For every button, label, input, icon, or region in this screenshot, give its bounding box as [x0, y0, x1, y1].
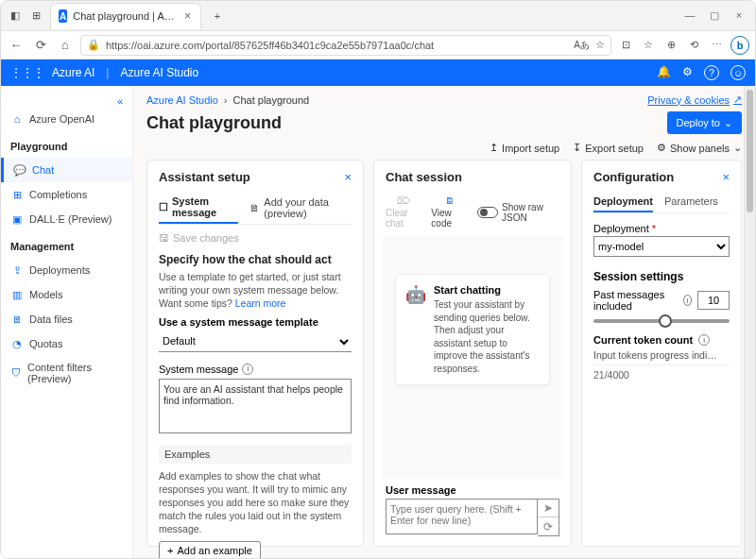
import-setup-button[interactable]: ↥Import setup	[490, 142, 559, 154]
favorite-star-icon[interactable]: ☆	[595, 39, 605, 51]
view-code-button[interactable]: 🗎View code	[431, 195, 468, 229]
refresh-icon[interactable]: ⟳	[31, 38, 50, 52]
settings-gear-icon[interactable]: ⚙	[682, 65, 693, 80]
favorites-icon[interactable]: ☆	[640, 39, 657, 51]
image-icon: ▣	[10, 212, 24, 226]
deploy-to-button[interactable]: Deploy to⌄	[667, 111, 742, 134]
past-messages-input[interactable]	[697, 291, 730, 310]
page-scrollbar[interactable]	[744, 86, 755, 558]
tab-system-message[interactable]: ☐System message	[159, 192, 238, 224]
sidebar-item-quotas[interactable]: ◔Quotas	[1, 331, 132, 356]
file-icon: 🗎	[10, 313, 24, 326]
user-message-label: User message	[386, 484, 559, 496]
menu-icon[interactable]: ⋯	[708, 39, 725, 51]
token-count-heading: Current token count	[593, 334, 693, 346]
system-message-input[interactable]: You are an AI assistant that helps peopl…	[159, 379, 352, 433]
notifications-icon[interactable]: 🔔	[657, 65, 671, 80]
home-icon[interactable]: ⌂	[56, 38, 75, 52]
user-message-input[interactable]	[386, 499, 538, 534]
azure-brand[interactable]: Azure AI	[52, 66, 94, 79]
spec-help: Use a template to get started, or just s…	[159, 270, 352, 311]
save-changes-button: 🖫Save changes	[159, 232, 352, 244]
system-message-label: System message	[159, 364, 238, 375]
examples-header: Examples	[159, 445, 352, 464]
template-select[interactable]: Default	[159, 331, 352, 352]
chat-icon: 💬	[13, 163, 26, 177]
browser-toolbar: ← ⟳ ⌂ 🔒 Aあ ☆ ⊡ ☆ ⊕ ⟲ ⋯ b	[1, 31, 755, 59]
learn-more-link[interactable]: Learn more	[235, 297, 286, 309]
breadcrumb-current: Chat playground	[233, 94, 310, 106]
configuration-panel: Configuration× Deployment Parameters Dep…	[581, 160, 742, 547]
new-tab-button[interactable]: +	[209, 10, 226, 22]
note-icon: ☐	[159, 201, 168, 213]
tab-add-your-data[interactable]: 🗎Add your data (preview)	[249, 192, 352, 224]
collapse-sidebar-icon[interactable]: «	[1, 95, 132, 107]
upload-icon: ↥	[490, 142, 498, 154]
info-icon[interactable]: i	[683, 295, 692, 306]
sidebar-item-models[interactable]: ▥Models	[1, 282, 132, 307]
tab-parameters[interactable]: Parameters	[664, 192, 718, 212]
tab-deployment[interactable]: Deployment	[593, 192, 653, 212]
home-icon: ⌂	[10, 112, 24, 126]
azure-product[interactable]: Azure AI Studio	[120, 66, 198, 79]
help-icon[interactable]: ?	[704, 65, 719, 80]
add-example-button[interactable]: +Add an example	[159, 541, 261, 558]
sync-icon[interactable]: ⟲	[685, 39, 702, 51]
sidebar-item-dalle[interactable]: ▣DALL·E (Preview)	[1, 207, 132, 231]
profile-icon[interactable]: ◧	[9, 9, 22, 23]
external-link-icon: ↗	[733, 93, 742, 106]
sidebar-item-content-filters[interactable]: ⛉Content filters (Preview)	[1, 356, 132, 390]
minimize-icon[interactable]: —	[683, 9, 696, 22]
bing-icon[interactable]: b	[730, 36, 749, 55]
breadcrumb: Azure AI Studio › Chat playground Privac…	[146, 93, 742, 106]
chat-body: 🤖 Start chatting Test your assistant by …	[382, 236, 563, 479]
deployment-select[interactable]: my-model	[593, 236, 730, 257]
sidebar-item-deployments[interactable]: ⇪Deployments	[1, 258, 132, 282]
workspaces-icon[interactable]: ⊞	[29, 9, 43, 23]
close-window-icon[interactable]: ×	[732, 9, 746, 22]
privacy-link[interactable]: Privacy & cookies↗	[647, 93, 742, 106]
close-panel-icon[interactable]: ×	[344, 170, 352, 184]
sidebar-item-chat[interactable]: 💬Chat	[1, 158, 132, 182]
export-setup-button[interactable]: ↧Export setup	[573, 142, 644, 154]
assistant-setup-panel: Assistant setup× ☐System message 🗎Add yo…	[146, 160, 364, 547]
sidebar-group-playground: Playground	[1, 135, 132, 158]
past-messages-slider[interactable]	[593, 319, 730, 323]
sidebar-group-management: Management	[1, 235, 132, 258]
regenerate-icon[interactable]: ⟳	[538, 517, 558, 535]
close-panel-icon[interactable]: ×	[722, 170, 730, 184]
code-icon: 🗎	[445, 195, 455, 206]
browser-tab[interactable]: A Chat playground | Azure AI Studio ×	[50, 3, 201, 29]
configuration-title: Configuration	[593, 170, 674, 184]
toggle-icon	[477, 207, 498, 218]
sidebar-item-data-files[interactable]: 🗎Data files	[1, 307, 132, 331]
show-raw-json-toggle[interactable]: Show raw JSON	[477, 195, 559, 229]
url-input[interactable]	[106, 40, 568, 51]
reader-icon[interactable]: Aあ	[574, 39, 590, 52]
close-tab-icon[interactable]: ×	[182, 9, 193, 23]
info-icon[interactable]: i	[698, 334, 710, 346]
back-icon[interactable]: ←	[7, 38, 26, 52]
sidebar-item-azure-openai[interactable]: ⌂Azure OpenAI	[1, 107, 132, 131]
address-bar[interactable]: 🔒 Aあ ☆	[80, 35, 611, 56]
breadcrumb-root[interactable]: Azure AI Studio	[146, 94, 218, 106]
session-settings-heading: Session settings	[593, 270, 730, 283]
send-icon[interactable]: ➤	[538, 500, 558, 517]
broom-icon: ⌦	[397, 195, 410, 206]
start-chatting-title: Start chatting	[434, 284, 540, 296]
chevron-right-icon: ›	[224, 94, 228, 106]
collections-icon[interactable]: ⊕	[662, 39, 679, 51]
waffle-icon[interactable]: ⋮⋮⋮	[10, 66, 44, 79]
info-icon[interactable]: i	[242, 364, 253, 375]
template-label: Use a system message template	[159, 316, 352, 328]
extensions-icon[interactable]: ⊡	[617, 39, 634, 51]
maximize-icon[interactable]: ▢	[708, 9, 721, 22]
chat-session-title: Chat session	[386, 170, 462, 184]
token-count-value: 21/4000	[593, 364, 730, 381]
show-panels-button[interactable]: ⚙Show panels⌄	[657, 142, 742, 154]
browser-titlebar: ◧ ⊞ A Chat playground | Azure AI Studio …	[1, 1, 755, 31]
sidebar-item-completions[interactable]: ⊞Completions	[1, 182, 132, 207]
models-icon: ▥	[10, 288, 24, 301]
azure-header: ⋮⋮⋮ Azure AI | Azure AI Studio 🔔 ⚙ ? ☺	[1, 59, 755, 86]
feedback-icon[interactable]: ☺	[730, 65, 746, 80]
